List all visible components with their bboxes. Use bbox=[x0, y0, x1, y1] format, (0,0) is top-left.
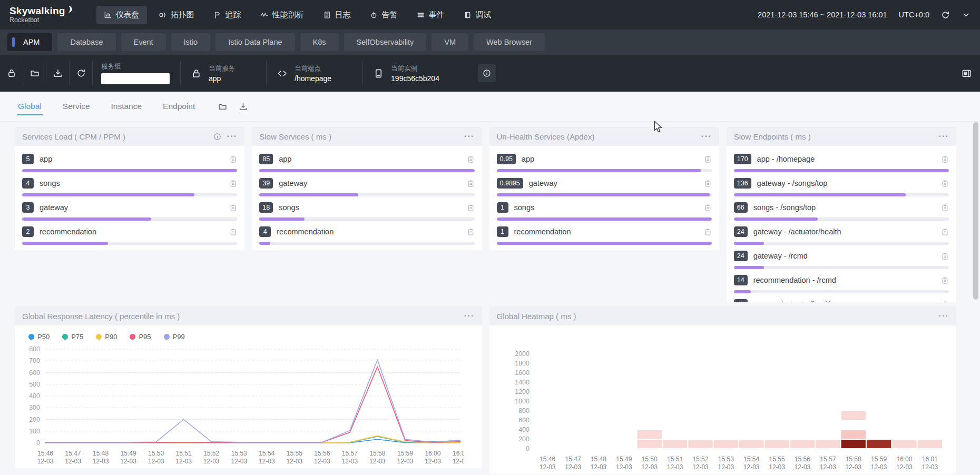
dashboard-tab-vm[interactable]: VM bbox=[432, 33, 468, 51]
metric-name[interactable]: songs bbox=[40, 179, 60, 187]
metric-name[interactable]: songs - /songs/top bbox=[753, 203, 816, 212]
nav-item-debug[interactable]: 调试 bbox=[456, 6, 499, 24]
heatmap-chart[interactable]: 200018001600140012001000800600400200015:… bbox=[494, 348, 948, 474]
metric-name[interactable]: gateway - /songs/top bbox=[757, 179, 828, 187]
clipboard-icon[interactable] bbox=[704, 179, 712, 188]
heatmap-cell[interactable] bbox=[637, 430, 661, 439]
service-group-input[interactable] bbox=[101, 73, 170, 84]
metric-name[interactable]: recommendation bbox=[40, 227, 96, 236]
clipboard-icon[interactable] bbox=[467, 203, 475, 212]
clipboard-icon[interactable] bbox=[229, 227, 237, 236]
nav-item-profile[interactable]: 性能剖析 bbox=[253, 6, 311, 24]
clipboard-icon[interactable] bbox=[467, 155, 475, 164]
tab-global[interactable]: Global bbox=[17, 92, 43, 121]
clipboard-icon[interactable] bbox=[229, 203, 237, 212]
clipboard-icon[interactable] bbox=[467, 179, 475, 188]
heatmap-cell[interactable] bbox=[841, 411, 865, 420]
dashboard-tab-selfobservability[interactable]: SelfObservability bbox=[344, 33, 427, 51]
selector-current-endpoint[interactable]: 当前端点/homepage bbox=[267, 61, 363, 85]
heatmap-cell[interactable] bbox=[688, 440, 712, 448]
card-menu-button[interactable]: ··· bbox=[464, 134, 475, 139]
card-menu-button[interactable]: ··· bbox=[701, 134, 712, 139]
metric-name[interactable]: songs bbox=[514, 203, 535, 212]
dashboard-tab-apm[interactable]: APM bbox=[7, 33, 52, 51]
dashboard-tab-istio[interactable]: Istio bbox=[171, 33, 211, 51]
folder-icon[interactable] bbox=[218, 102, 227, 111]
clipboard-icon[interactable] bbox=[941, 203, 949, 212]
metric-name[interactable]: recommendation bbox=[277, 227, 334, 236]
latency-line-chart[interactable]: 800700600500400300200100015:4612-0315:47… bbox=[19, 342, 464, 468]
heatmap-cell[interactable] bbox=[841, 430, 865, 439]
metric-name[interactable]: app bbox=[279, 155, 291, 163]
nav-item-trace[interactable]: 追踪 bbox=[206, 6, 249, 24]
legend-item-p50[interactable]: P50 bbox=[28, 333, 50, 341]
clipboard-icon[interactable] bbox=[941, 252, 949, 261]
tool-lock-button[interactable] bbox=[0, 61, 23, 85]
heatmap-cell[interactable] bbox=[917, 440, 942, 448]
legend-item-p99[interactable]: P99 bbox=[164, 333, 185, 341]
tab-service[interactable]: Service bbox=[62, 92, 91, 121]
metric-name[interactable]: gateway bbox=[40, 203, 68, 212]
heatmap-cell[interactable] bbox=[892, 440, 916, 448]
nav-item-dashboard[interactable]: 仪表盘 bbox=[96, 6, 147, 24]
tool-download-button[interactable] bbox=[46, 61, 70, 85]
nav-item-log[interactable]: 日志 bbox=[316, 6, 358, 24]
heatmap-cell[interactable] bbox=[765, 440, 789, 448]
clipboard-icon[interactable] bbox=[704, 155, 712, 164]
heatmap-cell[interactable] bbox=[662, 440, 687, 448]
card-menu-button[interactable]: ··· bbox=[227, 134, 237, 139]
clipboard-icon[interactable] bbox=[229, 155, 237, 164]
metric-name[interactable]: app bbox=[522, 155, 534, 163]
clipboard-icon[interactable] bbox=[941, 300, 949, 303]
tool-refresh-button[interactable] bbox=[70, 61, 93, 85]
info-button[interactable] bbox=[478, 64, 496, 82]
time-range[interactable]: 2021-12-03 15:46 ~ 2021-12-03 16:01 bbox=[758, 11, 887, 19]
heatmap-cell[interactable] bbox=[841, 440, 865, 448]
card-menu-button[interactable]: ··· bbox=[938, 134, 949, 139]
heatmap-cell[interactable] bbox=[816, 440, 840, 448]
heatmap-cell[interactable] bbox=[739, 440, 763, 448]
nav-item-event[interactable]: 事件 bbox=[409, 6, 452, 24]
metric-name[interactable]: songs - /actuator/health bbox=[753, 300, 834, 302]
metric-name[interactable]: recommendation - /rcmd bbox=[753, 276, 836, 284]
info-icon[interactable] bbox=[213, 133, 221, 141]
tool-folder-button[interactable] bbox=[23, 61, 46, 85]
refresh-icon[interactable] bbox=[941, 11, 950, 19]
panel-toggle-button[interactable] bbox=[962, 68, 972, 78]
selector-current-service[interactable]: 当前服务app bbox=[181, 61, 267, 85]
metric-name[interactable]: songs bbox=[279, 203, 299, 212]
download-icon[interactable] bbox=[239, 102, 248, 111]
chevron-down-icon[interactable] bbox=[962, 11, 971, 19]
legend-item-p90[interactable]: P90 bbox=[96, 333, 117, 341]
tab-instance[interactable]: Instance bbox=[110, 92, 143, 121]
timezone-select[interactable]: UTC+0:0 bbox=[899, 11, 929, 19]
clipboard-icon[interactable] bbox=[229, 179, 237, 188]
clipboard-icon[interactable] bbox=[941, 227, 949, 236]
dashboard-tab-database[interactable]: Database bbox=[57, 33, 115, 51]
heatmap-cell[interactable] bbox=[713, 440, 738, 448]
metric-name[interactable]: app - /homepage bbox=[757, 155, 815, 163]
card-menu-button[interactable]: ··· bbox=[464, 313, 475, 319]
metric-name[interactable]: gateway - /rcmd bbox=[753, 252, 808, 260]
clipboard-icon[interactable] bbox=[941, 179, 949, 188]
legend-item-p75[interactable]: P75 bbox=[62, 333, 83, 341]
clipboard-icon[interactable] bbox=[704, 203, 712, 212]
heatmap-cell[interactable] bbox=[637, 440, 661, 448]
selector-current-instance[interactable]: 当前实例199c56c5b204 bbox=[363, 61, 471, 85]
metric-name[interactable]: gateway - /actuator/health bbox=[753, 227, 841, 236]
clipboard-icon[interactable] bbox=[704, 227, 712, 236]
logo[interactable]: Skywalking Rocketbot bbox=[9, 6, 73, 24]
clipboard-icon[interactable] bbox=[467, 227, 475, 236]
heatmap-cell[interactable] bbox=[790, 440, 814, 448]
tab-endpoint[interactable]: Endpoint bbox=[162, 92, 196, 121]
nav-item-topology[interactable]: 拓扑图 bbox=[151, 6, 202, 24]
scrollbar-thumb[interactable] bbox=[973, 122, 978, 300]
legend-item-p95[interactable]: P95 bbox=[130, 333, 151, 341]
dashboard-tab-web-browser[interactable]: Web Browser bbox=[474, 33, 545, 51]
heatmap-cell[interactable] bbox=[866, 440, 890, 448]
metric-name[interactable]: gateway bbox=[279, 179, 307, 187]
metric-name[interactable]: app bbox=[40, 155, 52, 163]
metric-name[interactable]: recommendation bbox=[514, 227, 571, 236]
clipboard-icon[interactable] bbox=[941, 276, 949, 285]
nav-item-alarm[interactable]: 告警 bbox=[362, 6, 405, 24]
